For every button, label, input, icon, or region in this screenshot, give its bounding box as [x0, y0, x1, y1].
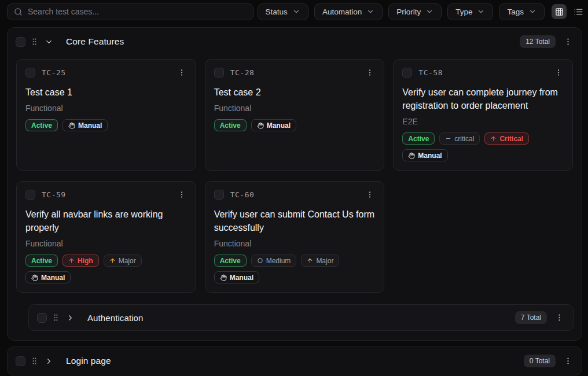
test-case-type: Functional [214, 239, 376, 248]
card-menu-button[interactable] [553, 67, 564, 78]
card-checkbox[interactable] [25, 68, 35, 78]
automation-filter-dropdown[interactable]: Automation [314, 3, 383, 20]
arrow-up-icon [68, 257, 75, 264]
status-badge: Active [25, 255, 58, 267]
chevron-down-icon [292, 8, 300, 16]
test-case-title: Verify user can complete journey from re… [402, 86, 564, 112]
tag-badge: critical [439, 132, 480, 145]
priority-badge: Medium [251, 255, 297, 267]
section-header-core-features: Core Features 12 Total [8, 28, 582, 56]
total-count-badge: 12 Total [520, 35, 556, 48]
priority-filter-dropdown[interactable]: Priority [388, 3, 442, 20]
grid-view-button[interactable] [552, 4, 567, 19]
type-filter-dropdown[interactable]: Type [447, 3, 493, 20]
arrow-up-icon [307, 257, 313, 264]
board-content: Core Features 12 Total TC-25 Test case 1 [0, 23, 588, 375]
chevron-down-icon [528, 8, 536, 16]
card-menu-button[interactable] [365, 67, 375, 78]
automation-badge: Manual [25, 271, 71, 283]
drag-handle-icon[interactable] [29, 37, 40, 46]
drag-handle-icon[interactable] [29, 356, 40, 366]
section-title: Login page [66, 356, 111, 366]
expand-chevron-right-icon[interactable] [65, 312, 76, 323]
card-checkbox[interactable] [402, 68, 412, 78]
chevron-down-icon [477, 8, 485, 16]
test-case-card[interactable]: TC-25 Test case 1 Functional Active [16, 59, 196, 171]
circle-icon [257, 257, 263, 264]
section-menu-button[interactable] [554, 312, 565, 323]
total-count-badge: 0 Total [524, 355, 556, 367]
test-case-card[interactable]: TC-58 Verify user can complete journey f… [393, 59, 573, 171]
card-menu-button[interactable] [177, 189, 187, 200]
test-case-id: TC-28 [230, 68, 255, 77]
total-count-badge: 7 Total [515, 311, 547, 324]
automation-badge: Manual [251, 119, 296, 131]
card-checkbox[interactable] [214, 190, 224, 200]
dash-icon [445, 135, 451, 142]
section-menu-button[interactable] [563, 355, 574, 367]
priority-filter-label: Priority [396, 8, 421, 16]
test-case-type: Functional [25, 239, 187, 248]
collapse-chevron-down-icon[interactable] [43, 36, 54, 47]
test-case-card[interactable]: TC-59 Verify all navbar links are workin… [16, 181, 196, 293]
severity-badge: Major [104, 255, 142, 267]
card-checkbox[interactable] [214, 68, 224, 78]
expand-chevron-right-icon[interactable] [43, 356, 54, 367]
drag-handle-icon[interactable] [50, 313, 61, 322]
chevron-down-icon [425, 8, 433, 16]
arrow-up-icon [109, 257, 116, 264]
card-menu-button[interactable] [177, 67, 187, 78]
type-filter-label: Type [455, 8, 472, 16]
test-case-id: TC-60 [230, 190, 255, 199]
hand-icon [220, 274, 227, 281]
severity-badge: Major [301, 255, 339, 267]
section-checkbox[interactable] [16, 356, 25, 366]
section-title: Authentication [87, 313, 143, 323]
status-badge: Active [214, 255, 247, 267]
status-badge: Active [214, 119, 247, 131]
automation-badge: Manual [214, 271, 259, 283]
automation-filter-label: Automation [322, 8, 362, 16]
card-menu-button[interactable] [365, 189, 375, 200]
automation-badge: Manual [63, 119, 108, 131]
cards-grid: TC-25 Test case 1 Functional Active [8, 56, 582, 303]
tags-filter-label: Tags [507, 8, 524, 16]
hand-icon [408, 152, 415, 159]
test-case-type: E2E [402, 117, 564, 126]
list-view-button[interactable] [571, 4, 586, 19]
section-title: Core Features [66, 36, 124, 47]
list-icon [574, 7, 583, 17]
search-input[interactable] [28, 7, 247, 16]
section-checkbox[interactable] [37, 313, 47, 323]
automation-badge: Manual [402, 149, 447, 161]
filter-bar: Status Automation Priority Type Tags [258, 3, 545, 20]
card-checkbox[interactable] [25, 190, 35, 200]
test-case-card[interactable]: TC-28 Test case 2 Functional Active [205, 59, 385, 171]
section-menu-button[interactable] [563, 36, 574, 47]
section-core-features: Core Features 12 Total TC-25 Test case 1 [7, 27, 582, 341]
hand-icon [68, 122, 75, 129]
status-filter-label: Status [266, 8, 288, 16]
hand-icon [257, 122, 264, 129]
test-case-card[interactable]: TC-60 Verify user can submit Contact Us … [205, 181, 385, 293]
test-case-id: TC-25 [42, 68, 66, 77]
test-case-title: Test case 1 [25, 86, 187, 99]
search-icon [14, 8, 23, 16]
test-case-id: TC-59 [42, 190, 66, 199]
section-checkbox[interactable] [16, 37, 25, 47]
priority-badge: High [63, 255, 99, 267]
status-filter-dropdown[interactable]: Status [258, 3, 308, 20]
test-case-title: Verify all navbar links are working prop… [25, 208, 187, 234]
tags-filter-dropdown[interactable]: Tags [499, 3, 545, 20]
test-case-type: Functional [214, 104, 376, 113]
hand-icon [31, 274, 38, 281]
subsection-authentication[interactable]: Authentication 7 Total [28, 304, 574, 331]
status-badge: Active [25, 119, 58, 131]
arrow-up-icon [490, 135, 497, 142]
section-header-login-page: Login page 0 Total [8, 347, 582, 375]
search-box[interactable] [7, 3, 253, 20]
view-toggle [552, 4, 586, 19]
test-case-title: Verify user can submit Contact Us form s… [214, 208, 376, 234]
priority-badge: Critical [484, 132, 529, 145]
section-login-page: Login page 0 Total [7, 346, 582, 375]
